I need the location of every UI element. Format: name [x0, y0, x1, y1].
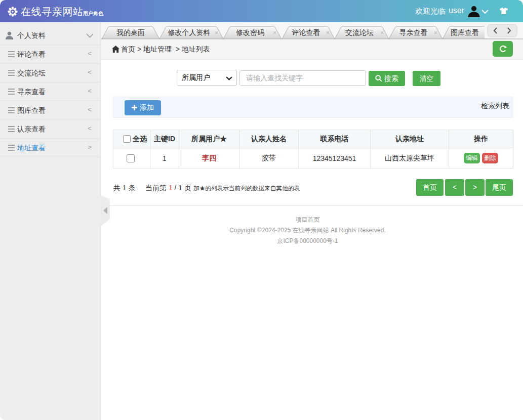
svg-text:寻亲查看: 寻亲查看 [399, 28, 428, 36]
svg-text:图库查看: 图库查看 [451, 28, 479, 36]
svg-text:交流论坛: 交流论坛 [345, 28, 374, 36]
svg-text:×: × [273, 29, 277, 36]
svg-text:×: × [380, 29, 384, 36]
svg-text:我的桌面: 我的桌面 [116, 28, 145, 36]
svg-text:修改密码: 修改密码 [235, 28, 264, 36]
svg-text:评论查看: 评论查看 [292, 28, 320, 36]
svg-text:×: × [326, 29, 330, 36]
svg-text:×: × [434, 29, 438, 36]
svg-text:×: × [215, 29, 219, 36]
svg-text:修改个人资料: 修改个人资料 [168, 28, 211, 36]
